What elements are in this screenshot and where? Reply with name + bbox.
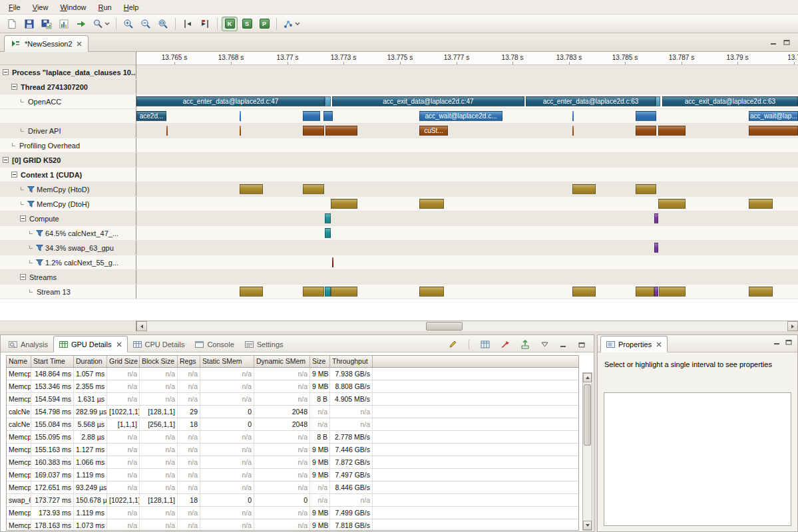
tree-item-64-5-calcnext-47[interactable]: 64.5% calcNext_47_... <box>0 226 136 240</box>
vscroll-thumb[interactable] <box>584 384 591 446</box>
timeline-interval[interactable] <box>303 287 324 297</box>
tree-item-context-1-cuda[interactable]: Context 1 (CUDA) <box>0 168 136 182</box>
timeline-interval[interactable] <box>240 287 263 297</box>
save-button[interactable] <box>21 17 37 31</box>
close-icon[interactable] <box>656 342 662 347</box>
toggle-process-button[interactable]: P <box>256 17 272 31</box>
timeline-interval[interactable] <box>654 213 658 223</box>
scroll-right-button[interactable] <box>787 321 798 331</box>
table-row[interactable]: Memcp155.095 ms2.88 µsn/an/an/an/an/a8 B… <box>7 431 578 444</box>
table-row[interactable]: Memcp169.037 ms1.119 msn/an/an/an/an/a9 … <box>7 469 578 481</box>
view-menu-button[interactable] <box>538 338 550 350</box>
tree-item-stream-13[interactable]: Stream 13 <box>0 285 136 299</box>
table-row[interactable]: Memcp178.163 ms1.073 msn/an/an/an/an/a9 … <box>7 519 578 531</box>
zoom-settings-button[interactable] <box>91 17 112 31</box>
timeline-interval[interactable] <box>303 184 324 194</box>
timeline-interval[interactable] <box>325 126 357 136</box>
column-header-duration[interactable]: Duration <box>74 356 107 367</box>
timeline-interval[interactable] <box>325 96 331 106</box>
table-row[interactable]: Memcp148.864 ms1.057 msn/an/an/an/an/a9 … <box>7 368 578 380</box>
timeline-hscrollbar[interactable] <box>136 321 798 331</box>
column-header-static-smem[interactable]: Static SMem <box>200 356 254 367</box>
tree-item-process-laplace-data-clauses-10[interactable]: Process "laplace_data_clauses 10... <box>0 65 136 79</box>
close-icon[interactable] <box>77 40 82 48</box>
menu-view[interactable]: View <box>27 1 55 13</box>
table-row[interactable]: Memcp155.163 ms1.127 msn/an/an/an/an/a9 … <box>7 444 578 456</box>
tab-settings[interactable]: Settings <box>240 336 289 352</box>
table-row[interactable]: Memcp172.651 ms93.249 µsn/an/an/an/an/an… <box>7 481 578 494</box>
timeline-interval[interactable] <box>636 111 656 121</box>
toggle-stream-button[interactable]: S <box>239 17 255 31</box>
tree-item-memcpy-dtoh[interactable]: MemCpy (DtoH) <box>0 197 136 211</box>
export-table-button[interactable] <box>518 338 532 350</box>
tree-item-driver-api[interactable]: Driver API <box>0 124 136 138</box>
minimize-icon[interactable] <box>770 39 777 47</box>
menu-file[interactable]: File <box>3 1 27 13</box>
tab-console[interactable]: Console <box>190 336 239 352</box>
tab-analysis[interactable]: Analysis <box>3 336 53 352</box>
menu-run[interactable]: Run <box>93 1 118 13</box>
prev-marker-button[interactable] <box>180 17 196 31</box>
timeline-interval[interactable] <box>654 287 658 297</box>
timeline-interval[interactable]: acc_enter_data@laplace2d.c:47 <box>136 96 325 106</box>
timeline-interval[interactable]: acc_exit_data@laplace2d.c:63 <box>662 96 798 106</box>
session-tab[interactable]: *NewSession2 <box>4 35 89 52</box>
timeline-interval[interactable] <box>658 126 686 136</box>
tab-gpu-details[interactable]: GPU Details <box>53 336 128 352</box>
timeline-interval[interactable] <box>572 287 596 297</box>
tree-item-memcpy-htod[interactable]: MemCpy (HtoD) <box>0 182 136 196</box>
timeline-interval[interactable] <box>240 184 263 194</box>
collapse-toggle[interactable] <box>20 274 26 280</box>
run-analysis-button[interactable] <box>281 17 302 31</box>
timeline-interval[interactable] <box>572 184 596 194</box>
table-row[interactable]: swap_6173.727 ms150.678 µs[1022,1,1][128… <box>7 494 578 507</box>
tree-item-openacc[interactable]: OpenACC <box>0 94 136 108</box>
timeline-interval[interactable] <box>325 287 331 297</box>
menu-help[interactable]: Help <box>118 1 145 13</box>
timeline-interval[interactable] <box>303 111 320 121</box>
focus-timeline-button[interactable] <box>499 338 512 350</box>
table-vscrollbar[interactable] <box>582 372 592 531</box>
next-marker-button[interactable] <box>197 17 213 31</box>
collapse-toggle[interactable] <box>3 69 9 75</box>
timeline-interval[interactable] <box>331 199 357 209</box>
timeline-interval[interactable] <box>572 126 574 136</box>
timeline-interval[interactable]: acc_exit_data@laplace2d.c:47 <box>332 96 524 106</box>
maximize-icon[interactable] <box>785 338 792 346</box>
minimize-icon[interactable] <box>773 338 780 346</box>
collapse-toggle[interactable] <box>3 157 9 163</box>
timeline-interval[interactable]: acc_wait@lap... <box>749 111 798 121</box>
menu-window[interactable]: Window <box>54 1 92 13</box>
save-timeline-button[interactable] <box>39 17 55 31</box>
tree-item-thread-2741307200[interactable]: Thread 2741307200 <box>0 80 136 94</box>
table-row[interactable]: Memcp153.346 ms2.355 msn/an/an/an/an/a9 … <box>7 380 578 393</box>
tree-item-profiling-overhead[interactable]: Profiling Overhead <box>0 138 136 152</box>
scroll-up-button[interactable] <box>583 373 592 382</box>
timeline-interval[interactable]: acc_wait@laplace2d.c... <box>419 111 502 121</box>
column-header-size[interactable]: Size <box>310 356 330 367</box>
new-session-button[interactable] <box>4 17 20 31</box>
tab-cpu-details[interactable]: CPU Details <box>128 336 190 352</box>
summary-chart-button[interactable] <box>56 17 72 31</box>
export-button[interactable] <box>73 17 89 31</box>
column-header-throughput[interactable]: Throughput <box>330 356 373 367</box>
timeline-interval[interactable]: ace2d... <box>136 111 166 121</box>
layout-button[interactable] <box>479 338 492 350</box>
toggle-kernel-button[interactable]: K <box>222 17 238 31</box>
column-header-start-time[interactable]: Start Time <box>31 356 74 367</box>
timeline-interval[interactable] <box>749 126 798 136</box>
collapse-toggle[interactable] <box>20 215 26 221</box>
tree-item-0-grid-k520[interactable]: [0] GRID K520 <box>0 153 136 167</box>
timeline-interval[interactable] <box>654 243 658 253</box>
highlight-button[interactable] <box>446 338 459 350</box>
timeline-interval[interactable] <box>636 126 656 136</box>
timeline-interval[interactable] <box>636 184 656 194</box>
column-header-dynamic-smem[interactable]: Dynamic SMem <box>254 356 310 367</box>
timeline-interval[interactable] <box>323 111 333 121</box>
tree-item-34-3-swap-63-gpu[interactable]: 34.3% swap_63_gpu <box>0 241 136 255</box>
maximize-icon[interactable] <box>783 39 790 47</box>
scroll-left-button[interactable] <box>136 321 147 331</box>
timeline-interval[interactable] <box>240 126 241 136</box>
table-row[interactable]: Memcp173.93 ms1.119 msn/an/an/an/an/a9 M… <box>7 507 578 519</box>
table-row[interactable]: Memcp160.383 ms1.066 msn/an/an/an/an/a9 … <box>7 456 578 469</box>
